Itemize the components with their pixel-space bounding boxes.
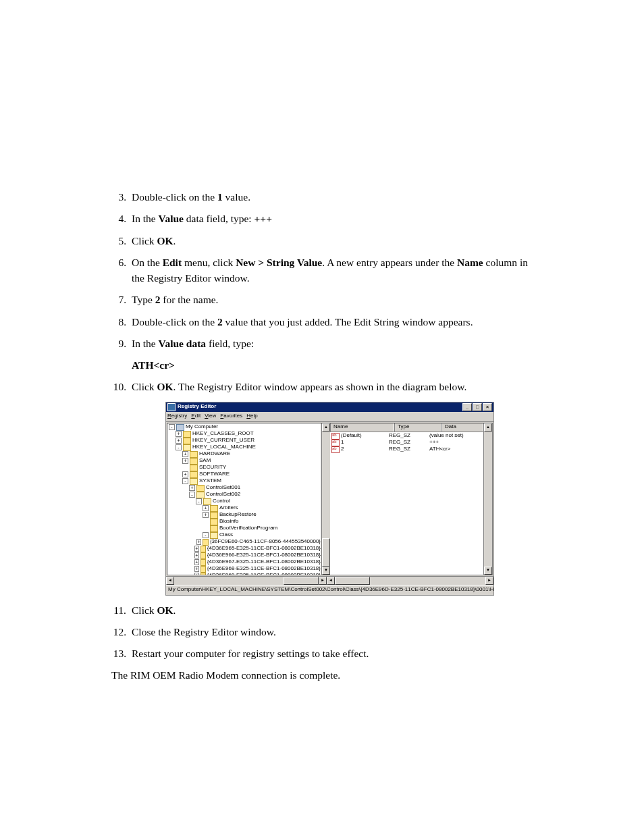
tree-item[interactable]: +{4D36E965-E325-11CE-BFC1-08002BE10318} [169,546,321,552]
expand-icon[interactable]: + [203,512,209,518]
tree-vscroll[interactable]: ▲ ▼ [321,423,330,575]
expand-icon[interactable]: + [194,552,198,558]
expand-icon[interactable]: + [194,546,198,552]
tree-label: Class [219,532,233,538]
closing-text: The RIM OEM Radio Modem connection is co… [111,667,539,683]
menu-favorites[interactable]: Favorites [220,413,242,419]
tree-item[interactable]: -My Computer [169,424,321,431]
folder-icon [183,438,191,444]
collapse-icon[interactable]: - [196,498,202,504]
tree-item[interactable]: +{4D36E968-E325-11CE-BFC1-08002BE10318} [169,566,321,573]
steps-list-part1: 3.Double-click on the 1 value.4.In the V… [111,189,539,351]
tree-label: HKEY_CLASSES_ROOT [192,431,254,437]
folder-icon [210,532,218,539]
tree-item[interactable]: BootVerificationProgram [169,525,321,532]
maximize-button[interactable]: □ [473,403,482,411]
close-button[interactable]: × [483,403,492,411]
menu-registry[interactable]: Registry [167,413,187,419]
list-hscroll[interactable]: ◄ ► [327,576,493,585]
collapse-icon[interactable]: - [176,444,182,450]
tree-item[interactable]: -ControlSet002 [169,492,321,498]
tree-item[interactable]: +HKEY_CURRENT_USER [169,438,321,444]
tree-label: Control [213,498,230,504]
expand-icon[interactable]: + [194,573,198,575]
value-row[interactable]: (Default)REG_SZ(value not set) [331,433,482,440]
menu-bar[interactable]: RegistryEditViewFavoritesHelp [166,412,493,422]
tree-item[interactable]: +{4D36E969-E325-11CE-BFC1-08002BE10318} [169,573,321,575]
tree-item[interactable]: +HARDWARE [169,451,321,458]
col-type[interactable]: Type [394,423,441,432]
tree-item[interactable]: +{36FC9E60-C465-11CF-8056-444553540000} [169,539,321,546]
tree-item[interactable]: +SOFTWARE [169,471,321,478]
tree-label: Biosinfo [219,519,238,525]
value-row[interactable]: 1REG_SZ+++ [331,440,482,446]
menu-edit[interactable]: Edit [191,413,200,419]
tree-item[interactable]: +HKEY_CLASSES_ROOT [169,431,321,438]
folder-icon [196,492,205,498]
tree-item[interactable]: +SAM [169,458,321,465]
tree-item[interactable]: -SYSTEM [169,478,321,485]
collapse-icon[interactable]: - [169,424,175,430]
tree-label: SOFTWARE [199,471,230,477]
folder-icon [210,519,218,525]
expand-icon[interactable]: + [203,505,209,511]
string-value-icon [331,440,340,446]
step-item: 6.On the Edit menu, click New > String V… [111,255,539,286]
title-bar[interactable]: Registry Editor _ □ × [166,402,493,412]
scroll-down-icon[interactable]: ▼ [484,567,492,575]
tree-label: BootVerificationProgram [219,525,277,531]
status-bar: My Computer\HKEY_LOCAL_MACHINE\SYSTEM\Co… [166,585,493,595]
expand-icon[interactable]: + [194,559,198,565]
minimize-button[interactable]: _ [462,403,472,411]
collapse-icon[interactable]: - [189,492,195,498]
scroll-left-icon[interactable]: ◄ [166,577,174,585]
tree-label: BackupRestore [219,512,257,518]
tree-item[interactable]: +{4D36E966-E325-11CE-BFC1-08002BE10318} [169,552,321,559]
tree-hscroll[interactable]: ◄ ► [166,576,327,585]
folder-icon [210,505,218,512]
tree-item[interactable]: +BackupRestore [169,512,321,519]
tree-item[interactable]: -Control [169,498,321,505]
tree-item[interactable]: Biosinfo [169,519,321,525]
folder-icon [200,552,206,559]
tree-label: {4D36E965-E325-11CE-BFC1-08002BE10318} [207,546,321,552]
tree-item[interactable]: +ControlSet001 [169,485,321,492]
folder-icon [190,471,198,478]
collapse-icon[interactable]: - [182,478,188,484]
tree-item[interactable]: -Class [169,532,321,539]
tree-item[interactable]: SECURITY [169,465,321,471]
tree-item[interactable]: +{4D36E967-E325-11CE-BFC1-08002BE10318} [169,559,321,566]
tree-item[interactable]: -HKEY_LOCAL_MACHINE [169,444,321,451]
scroll-left-icon[interactable]: ◄ [327,577,335,585]
tree-label: {4D36E968-E325-11CE-BFC1-08002BE10318} [207,566,321,572]
scroll-down-icon[interactable]: ▼ [322,567,330,575]
menu-help[interactable]: Help [246,413,257,419]
app-icon [167,403,176,411]
step-item: 12.Close the Registry Editor window. [111,624,539,640]
expand-icon[interactable]: + [194,566,198,572]
expand-icon[interactable]: + [189,485,195,491]
list-pane[interactable]: Name Type Data (Default)REG_SZ(value not… [330,423,483,575]
expand-icon[interactable]: + [182,471,188,477]
list-vscroll[interactable]: ▲ ▼ [483,423,492,575]
tree-pane[interactable]: -My Computer+HKEY_CLASSES_ROOT+HKEY_CURR… [167,423,321,575]
expand-icon[interactable]: + [196,539,201,545]
scroll-up-icon[interactable]: ▲ [484,423,492,432]
scroll-right-icon[interactable]: ► [485,577,493,585]
scroll-up-icon[interactable]: ▲ [322,423,330,432]
value-row[interactable]: 2REG_SZATH<cr> [331,446,482,453]
col-data[interactable]: Data [441,423,483,432]
tree-item[interactable]: +Arbiters [169,505,321,512]
scroll-right-icon[interactable]: ► [319,577,327,585]
expand-icon[interactable]: + [176,431,182,437]
expand-icon[interactable]: + [182,458,188,464]
folder-icon [210,525,218,532]
string-value-icon [331,433,340,440]
col-name[interactable]: Name [330,423,394,432]
expand-icon[interactable]: + [182,451,188,457]
step-item: 5.Click OK. [111,233,539,249]
collapse-icon[interactable]: - [203,532,209,538]
expand-icon[interactable]: + [176,438,182,444]
column-headers[interactable]: Name Type Data [330,423,483,432]
menu-view[interactable]: View [205,413,216,419]
